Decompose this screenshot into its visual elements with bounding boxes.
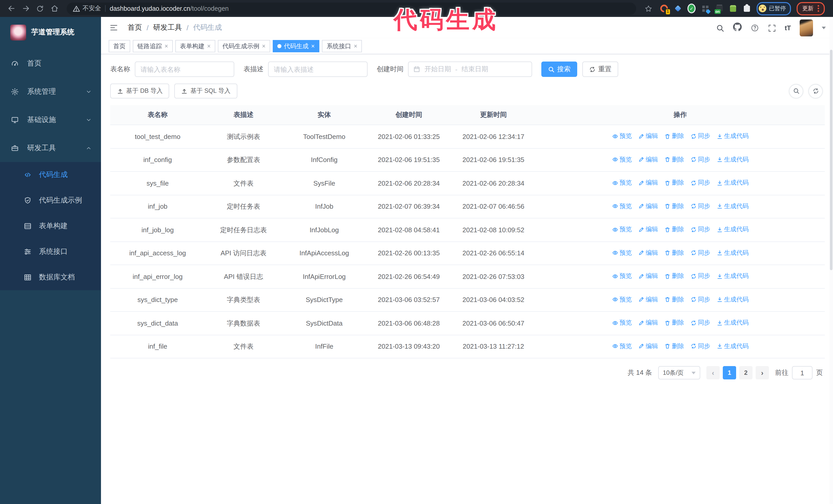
sidebar-toggle-button[interactable] [109, 23, 118, 32]
tab[interactable]: 首页 [109, 40, 130, 52]
github-link[interactable] [733, 22, 741, 33]
delete-link[interactable]: 删除 [664, 154, 684, 165]
generate-code-link[interactable]: 生成代码 [716, 201, 749, 212]
sidebar-item-home[interactable]: 首页 [0, 49, 101, 77]
sidebar-item-codegen[interactable]: 代码生成 [0, 162, 101, 188]
browser-reload-button[interactable] [34, 2, 46, 15]
address-bar[interactable]: 不安全 dashboard.yudao.iocoder.cn/tool/code… [67, 2, 636, 15]
delete-link[interactable]: 删除 [664, 177, 684, 188]
chevron-down-icon[interactable] [822, 26, 826, 29]
extension-icon[interactable] [743, 4, 751, 13]
edit-link[interactable]: 编辑 [638, 131, 658, 142]
generate-code-link[interactable]: 生成代码 [716, 224, 749, 235]
delete-link[interactable]: 删除 [664, 131, 684, 142]
paused-extension-badge[interactable]: 已暂停 [757, 2, 791, 15]
scrollbar-track[interactable] [829, 17, 833, 504]
sidebar-item-devtools[interactable]: 研发工具 [0, 134, 101, 162]
browser-home-button[interactable] [48, 2, 61, 15]
generate-code-link[interactable]: 生成代码 [716, 154, 749, 165]
sync-link[interactable]: 同步 [690, 201, 710, 212]
preview-link[interactable]: 预览 [612, 247, 632, 258]
delete-link[interactable]: 删除 [664, 271, 684, 282]
edit-link[interactable]: 编辑 [638, 271, 658, 282]
sync-link[interactable]: 同步 [690, 131, 710, 142]
sidebar-logo-row[interactable]: 芋道管理系统 [0, 17, 101, 43]
table-desc-input[interactable] [268, 62, 367, 77]
generate-code-link[interactable]: 生成代码 [716, 177, 749, 188]
tab-close-icon[interactable]: × [311, 43, 315, 49]
edit-link[interactable]: 编辑 [638, 224, 658, 235]
table-name-input[interactable] [135, 62, 234, 77]
preview-link[interactable]: 预览 [612, 317, 632, 328]
delete-link[interactable]: 删除 [664, 247, 684, 258]
generate-code-link[interactable]: 生成代码 [716, 341, 749, 352]
sidebar-item-infra[interactable]: 基础设施 [0, 105, 101, 134]
reset-button[interactable]: 重置 [582, 62, 618, 77]
delete-link[interactable]: 删除 [664, 294, 684, 305]
preview-link[interactable]: 预览 [612, 177, 632, 188]
preview-link[interactable]: 预览 [612, 201, 632, 212]
edit-link[interactable]: 编辑 [638, 247, 658, 258]
security-warning[interactable]: 不安全 [73, 4, 101, 13]
next-page-button[interactable]: › [756, 366, 769, 379]
bookmark-star-button[interactable] [642, 2, 654, 15]
delete-link[interactable]: 删除 [664, 224, 684, 235]
extension-icon[interactable]: on [715, 4, 723, 13]
font-size-icon[interactable]: tT [785, 24, 791, 31]
preview-link[interactable]: 预览 [612, 341, 632, 352]
goto-page-input[interactable] [792, 366, 812, 379]
sync-link[interactable]: 同步 [690, 317, 710, 328]
edit-link[interactable]: 编辑 [638, 294, 658, 305]
page-size-select[interactable]: 10条/页 [658, 366, 700, 379]
toggle-search-button[interactable] [789, 84, 803, 98]
tab-close-icon[interactable]: × [207, 43, 211, 49]
header-search-button[interactable] [716, 23, 724, 32]
extension-icon[interactable]: 1 [660, 4, 668, 13]
preview-link[interactable]: 预览 [612, 271, 632, 282]
import-db-button[interactable]: 基于 DB 导入 [110, 83, 169, 98]
sync-link[interactable]: 同步 [690, 177, 710, 188]
kebab-menu-icon[interactable] [818, 5, 819, 12]
browser-update-button[interactable]: 更新 [796, 2, 825, 15]
import-sql-button[interactable]: 基于 SQL 导入 [174, 83, 237, 98]
sync-link[interactable]: 同步 [690, 341, 710, 352]
generate-code-link[interactable]: 生成代码 [716, 317, 749, 328]
generate-code-link[interactable]: 生成代码 [716, 271, 749, 282]
sync-link[interactable]: 同步 [690, 247, 710, 258]
fullscreen-button[interactable] [768, 23, 776, 32]
generate-code-link[interactable]: 生成代码 [716, 247, 749, 258]
delete-link[interactable]: 删除 [664, 341, 684, 352]
sync-link[interactable]: 同步 [690, 154, 710, 165]
sidebar-item-db-doc[interactable]: 数据库文档 [0, 265, 101, 290]
refresh-table-button[interactable] [808, 84, 823, 98]
extension-icon[interactable] [729, 4, 737, 13]
help-button[interactable] [750, 23, 759, 32]
delete-link[interactable]: 删除 [664, 317, 684, 328]
user-avatar[interactable] [800, 19, 813, 36]
tab-close-icon[interactable]: × [262, 43, 265, 49]
delete-link[interactable]: 删除 [664, 201, 684, 212]
sync-link[interactable]: 同步 [690, 294, 710, 305]
preview-link[interactable]: 预览 [612, 224, 632, 235]
tab[interactable]: 系统接口 × [322, 40, 362, 52]
generate-code-link[interactable]: 生成代码 [716, 294, 749, 305]
sidebar-item-system-api[interactable]: 系统接口 [0, 239, 101, 265]
date-range-picker[interactable]: 开始日期 - 结束日期 [408, 62, 532, 77]
sync-link[interactable]: 同步 [690, 224, 710, 235]
edit-link[interactable]: 编辑 [638, 154, 658, 165]
page-button-2[interactable]: 2 [739, 366, 753, 379]
breadcrumb-item-home[interactable]: 首页 [128, 23, 142, 32]
preview-link[interactable]: 预览 [612, 294, 632, 305]
browser-forward-button[interactable] [20, 2, 32, 15]
tab-close-icon[interactable]: × [165, 43, 168, 49]
tab-close-icon[interactable]: × [354, 43, 357, 49]
preview-link[interactable]: 预览 [612, 131, 632, 142]
edit-link[interactable]: 编辑 [638, 317, 658, 328]
sidebar-item-form-builder[interactable]: 表单构建 [0, 213, 101, 239]
extension-icon[interactable] [673, 4, 682, 13]
edit-link[interactable]: 编辑 [638, 177, 658, 188]
scrollbar-thumb[interactable] [830, 50, 832, 270]
sync-link[interactable]: 同步 [690, 271, 710, 282]
page-url[interactable]: dashboard.yudao.iocoder.cn/tool/codegen [110, 5, 229, 12]
extension-icon[interactable] [701, 4, 710, 13]
